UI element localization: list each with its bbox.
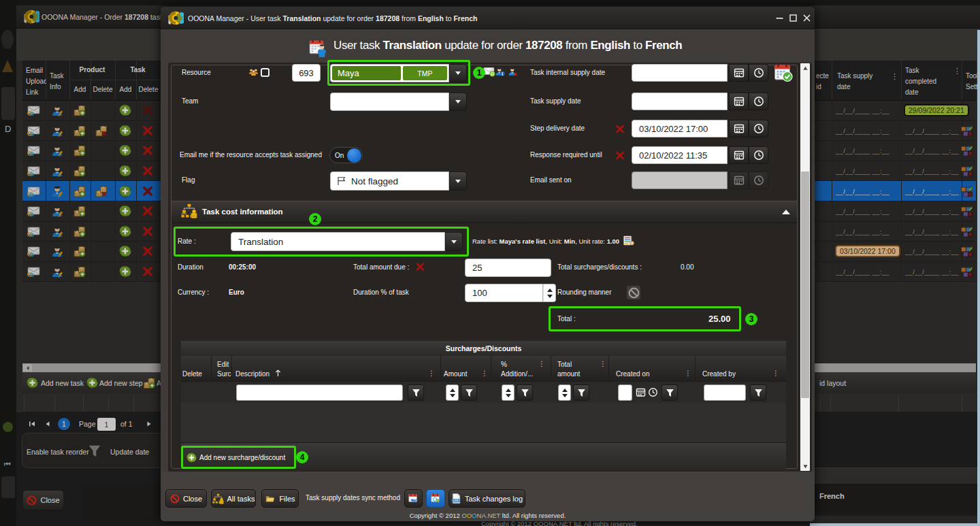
task-changes-log-button[interactable]: Task changes log bbox=[448, 489, 525, 508]
internal-supply-clock-button[interactable] bbox=[749, 64, 768, 82]
col-created-by[interactable]: Created by ⋮ bbox=[696, 356, 786, 381]
col-created-on[interactable]: Created on ⋮ bbox=[609, 356, 696, 381]
spin-down-icon[interactable] bbox=[506, 394, 511, 397]
email-sent-clock-button bbox=[749, 171, 768, 189]
step-delivery-clock-button[interactable] bbox=[749, 120, 768, 137]
add-surcharge-button[interactable]: Add new surcharge/discount bbox=[181, 446, 296, 469]
col-menu-icon[interactable]: ⋮ bbox=[428, 369, 435, 377]
col-amount[interactable]: Amount ⋮ bbox=[441, 356, 491, 381]
funnel-icon bbox=[577, 389, 586, 397]
resource-people-icon[interactable] bbox=[248, 68, 259, 76]
flag-combo[interactable]: Not flagged bbox=[330, 171, 449, 191]
total-filter-button[interactable] bbox=[573, 384, 589, 401]
close-button[interactable] bbox=[800, 11, 813, 26]
step-delivery-calendar-button[interactable] bbox=[729, 120, 749, 137]
team-input[interactable] bbox=[330, 93, 449, 111]
no-entry-icon bbox=[628, 287, 640, 299]
rate-list-icon[interactable] bbox=[623, 235, 634, 246]
spin-up-icon[interactable] bbox=[506, 389, 511, 392]
supply-date-input[interactable] bbox=[632, 93, 728, 110]
col-delete[interactable]: Delete bbox=[181, 356, 212, 381]
scrollbar-thumb[interactable] bbox=[801, 171, 809, 398]
rounding-none-button[interactable] bbox=[627, 286, 640, 299]
screen: D ⏮ OOONA Manager - Order 187208 task Em… bbox=[0, 0, 980, 526]
pct-filter-spinner[interactable] bbox=[502, 384, 514, 401]
total-filter-spinner[interactable] bbox=[558, 384, 571, 401]
internal-supply-input[interactable] bbox=[632, 64, 728, 82]
created-on-filter-button[interactable] bbox=[662, 384, 678, 401]
response-input[interactable]: 02/10/2022 11:35 bbox=[632, 146, 728, 164]
created-by-filter-button[interactable] bbox=[750, 384, 766, 401]
description-filter-button[interactable] bbox=[408, 384, 424, 401]
annotation-box-2 bbox=[174, 227, 469, 257]
calendar-icon[interactable] bbox=[636, 387, 646, 397]
resource-checkbox[interactable] bbox=[261, 68, 270, 77]
internal-supply-calendar-button[interactable] bbox=[729, 64, 749, 82]
col-menu-icon[interactable]: ⋮ bbox=[538, 360, 545, 367]
scroll-down-arrow[interactable] bbox=[800, 461, 810, 471]
all-tasks-label: All tasks bbox=[227, 495, 255, 503]
amount-due-input[interactable]: 25 bbox=[465, 259, 551, 277]
collapse-arrow-icon[interactable] bbox=[782, 210, 790, 214]
files-button[interactable]: Files bbox=[261, 489, 299, 508]
spin-down-icon[interactable] bbox=[547, 295, 553, 298]
response-calendar-button[interactable] bbox=[729, 146, 749, 164]
resource-remove-icon[interactable] bbox=[508, 67, 518, 77]
modal-close-button[interactable]: Close bbox=[165, 489, 207, 508]
supply-calendar-button[interactable] bbox=[729, 93, 749, 110]
spin-up-icon[interactable] bbox=[562, 389, 568, 392]
col-menu-icon[interactable]: ⋮ bbox=[685, 369, 691, 377]
surcharges-total-value: 0.00 bbox=[681, 263, 693, 271]
amount-filter-spinner[interactable] bbox=[446, 384, 459, 401]
amount-filter-button[interactable] bbox=[461, 384, 477, 401]
description-filter-input[interactable] bbox=[236, 384, 403, 401]
created-on-filter-input[interactable] bbox=[618, 384, 632, 401]
all-tasks-button[interactable]: All tasks bbox=[211, 489, 256, 508]
pct-filter-button[interactable] bbox=[517, 384, 533, 401]
dropdown-arrow-icon bbox=[455, 180, 461, 183]
annotation-box-1 bbox=[327, 60, 470, 86]
calendar-sync-icon bbox=[408, 493, 419, 504]
spin-down-icon[interactable] bbox=[562, 394, 568, 397]
duration-pct-input[interactable]: 100 bbox=[465, 284, 543, 302]
modal-header: User task Translation update for order 1… bbox=[161, 29, 815, 63]
col-pct-addition[interactable]: % Addition/... ⋮ bbox=[491, 356, 551, 381]
sync-method-email-button[interactable] bbox=[404, 489, 423, 508]
col-total-amount[interactable]: Total amount ⋮ bbox=[551, 356, 609, 381]
task-cost-section-header[interactable]: Task cost information bbox=[172, 201, 797, 223]
col-menu-icon[interactable]: ⋮ bbox=[481, 369, 488, 377]
col-menu-icon[interactable]: ⋮ bbox=[772, 369, 779, 377]
flag-dropdown-button[interactable] bbox=[449, 171, 467, 191]
scroll-up-arrow[interactable] bbox=[800, 63, 810, 73]
supply-clock-button[interactable] bbox=[749, 93, 768, 110]
step-delivery-input[interactable]: 03/10/2022 17:00 bbox=[632, 120, 728, 137]
maximize-button[interactable] bbox=[786, 11, 800, 26]
changes-log-icon bbox=[451, 493, 461, 504]
sync-method-auto-button[interactable] bbox=[426, 489, 445, 508]
email-me-toggle[interactable]: On bbox=[329, 147, 363, 163]
team-dropdown-button[interactable] bbox=[449, 93, 467, 111]
resource-id-input[interactable]: 693 bbox=[292, 64, 321, 82]
spin-up-icon[interactable] bbox=[450, 389, 455, 392]
modal-scrollbar[interactable] bbox=[800, 63, 810, 471]
clear-date-icon[interactable] bbox=[615, 124, 625, 134]
spin-up-icon[interactable] bbox=[547, 289, 553, 292]
spin-down-icon[interactable] bbox=[450, 394, 455, 397]
user-task-icon bbox=[309, 39, 327, 57]
supply-dates-check-icon[interactable] bbox=[774, 63, 793, 82]
col-edit-surcharge[interactable]: Edit Surc bbox=[212, 356, 232, 381]
duration-pct-spinner[interactable] bbox=[543, 284, 556, 302]
resource-info-icon[interactable] bbox=[495, 67, 505, 77]
clear-date-icon[interactable] bbox=[615, 150, 625, 161]
response-clock-button[interactable] bbox=[749, 146, 768, 164]
clock-icon[interactable] bbox=[648, 387, 658, 397]
no-entry-icon bbox=[170, 494, 180, 504]
created-by-filter-input[interactable] bbox=[704, 384, 746, 401]
modal-content: Resource 693 Maya TMP 1 Task internal su… bbox=[168, 63, 812, 472]
input-text: 25 bbox=[466, 263, 482, 273]
col-menu-icon[interactable]: ⋮ bbox=[600, 360, 606, 367]
funnel-icon bbox=[666, 389, 674, 397]
minimize-button[interactable] bbox=[772, 11, 786, 26]
col-description[interactable]: Description ⋮ bbox=[232, 356, 441, 381]
add-surcharge-label: Add new surcharge/discount bbox=[199, 454, 285, 461]
